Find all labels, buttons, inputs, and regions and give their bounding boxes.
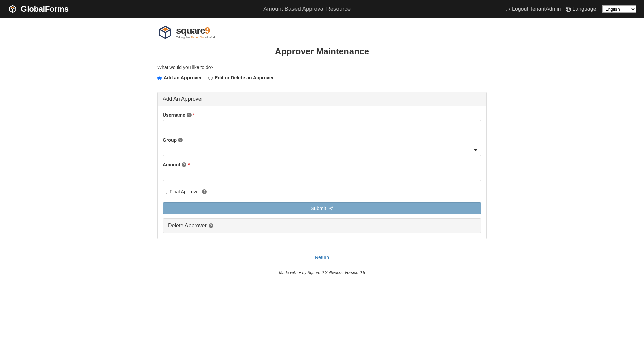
group-label: Group xyxy=(163,137,177,143)
logout-link[interactable]: Logout TenantAdmin xyxy=(505,6,561,12)
delete-approver-section[interactable]: Delete Approver ? xyxy=(163,218,481,233)
main-container: square9 Taking the Paper Out of Work App… xyxy=(157,18,487,288)
logout-label: Logout TenantAdmin xyxy=(512,6,561,12)
required-star: * xyxy=(188,162,190,167)
power-icon xyxy=(505,7,511,12)
final-approver-checkbox[interactable] xyxy=(163,190,167,194)
language-select[interactable]: English xyxy=(602,5,636,13)
amount-label: Amount xyxy=(163,162,180,167)
globalforms-logo-icon xyxy=(8,4,17,14)
header-brand-group: GlobalForms xyxy=(8,4,69,14)
panel-body: Username ? * Group ? Amount xyxy=(158,106,486,239)
radio-add-label: Add an Approver xyxy=(164,75,202,80)
group-label-row: Group ? xyxy=(163,137,183,143)
globe-icon xyxy=(566,7,571,12)
header-brand-text: GlobalForms xyxy=(21,4,69,14)
square9-logo: square9 Taking the Paper Out of Work xyxy=(157,24,487,40)
amount-input[interactable] xyxy=(163,170,481,181)
app-header: GlobalForms Amount Based Approval Resour… xyxy=(0,0,644,18)
submit-button[interactable]: Submit xyxy=(163,202,481,214)
final-approver-row: Final Approver ? xyxy=(163,189,481,194)
group-select-wrap xyxy=(163,145,481,156)
radio-edit-label: Edit or Delete an Approver xyxy=(215,75,274,80)
paper-plane-icon xyxy=(329,206,333,211)
help-icon[interactable]: ? xyxy=(202,189,207,194)
square9-logo-text: square9 Taking the Paper Out of Work xyxy=(176,26,216,39)
header-right: Logout TenantAdmin Language: English xyxy=(505,5,636,13)
amount-group: Amount ? * xyxy=(163,162,481,181)
help-icon[interactable]: ? xyxy=(182,162,186,167)
help-icon[interactable]: ? xyxy=(209,223,213,228)
radio-add-approver[interactable]: Add an Approver xyxy=(157,75,202,80)
radio-edit-input[interactable] xyxy=(208,76,213,80)
return-link[interactable]: Return xyxy=(157,255,487,260)
radio-add-input[interactable] xyxy=(157,76,162,80)
add-approver-panel: Add An Approver Username ? * Group ? xyxy=(157,92,487,239)
submit-label: Submit xyxy=(311,205,326,211)
square9-logo-icon xyxy=(157,24,173,40)
radio-edit-approver[interactable]: Edit or Delete an Approver xyxy=(208,75,274,80)
username-input[interactable] xyxy=(163,120,481,131)
final-approver-label: Final Approver xyxy=(170,189,200,194)
username-label-row: Username ? * xyxy=(163,112,195,118)
help-icon[interactable]: ? xyxy=(187,113,192,117)
language-group: Language: xyxy=(566,6,598,12)
username-group: Username ? * xyxy=(163,112,481,131)
required-star: * xyxy=(193,112,195,118)
amount-label-row: Amount ? * xyxy=(163,162,190,167)
panel-header: Add An Approver xyxy=(158,92,486,106)
delete-approver-label: Delete Approver xyxy=(168,223,207,229)
group-group: Group ? xyxy=(163,137,481,156)
footer-text: Made with ♥ by Square 9 Softworks. Versi… xyxy=(157,270,487,275)
username-label: Username xyxy=(163,112,185,118)
prompt-text: What would you like to do? xyxy=(157,65,487,70)
language-label: Language: xyxy=(572,6,598,12)
action-radio-group: Add an Approver Edit or Delete an Approv… xyxy=(157,75,487,80)
page-title: Approver Maintenance xyxy=(157,46,487,57)
group-select[interactable] xyxy=(163,145,481,156)
help-icon[interactable]: ? xyxy=(178,138,183,142)
final-approver-label-wrap[interactable]: Final Approver ? xyxy=(170,189,207,194)
header-title: Amount Based Approval Resource xyxy=(109,6,505,12)
